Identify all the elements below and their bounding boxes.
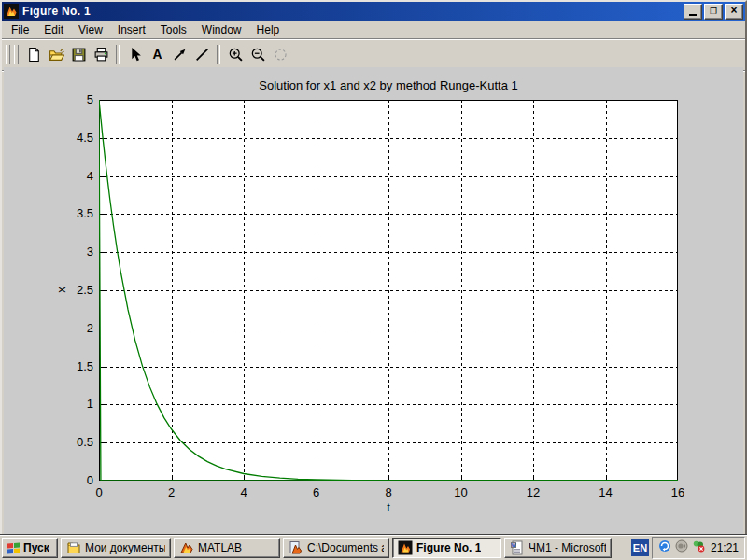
y-tick-label: 2 xyxy=(41,321,93,335)
menu-item-file[interactable]: File xyxy=(4,21,36,38)
taskbar-button-label: Figure No. 1 xyxy=(416,541,481,554)
y-tick-label: 4 xyxy=(41,169,93,183)
word-icon: W xyxy=(510,540,525,555)
line-icon[interactable] xyxy=(190,44,213,65)
taskbar-button-matlab[interactable]: MATLAB xyxy=(174,538,280,558)
figure-canvas: Solution for x1 and x2 by method Runge-K… xyxy=(4,67,743,534)
matlab-icon xyxy=(179,540,194,555)
open-folder-icon[interactable] xyxy=(45,44,67,65)
menu-item-tools[interactable]: Tools xyxy=(153,21,194,38)
svg-text:W: W xyxy=(511,542,516,548)
x-tick-label: 8 xyxy=(370,485,407,499)
save-icon[interactable] xyxy=(67,44,90,65)
tray-box: 21:21 xyxy=(652,537,745,559)
toolbar-separator xyxy=(116,45,120,64)
print-icon[interactable] xyxy=(90,44,112,65)
figure-icon xyxy=(398,540,413,555)
start-button[interactable]: Пуск xyxy=(2,538,58,558)
pointer-icon[interactable] xyxy=(123,44,146,65)
messenger-offline-icon[interactable] xyxy=(692,539,705,556)
toolbar-grip2-icon[interactable] xyxy=(14,45,19,64)
taskbar-button-label: MATLAB xyxy=(198,541,242,554)
arrow-annotation-icon[interactable] xyxy=(168,44,190,65)
menu-item-edit[interactable]: Edit xyxy=(36,21,71,38)
toolbar-grip-icon[interactable] xyxy=(6,45,10,64)
plot-svg xyxy=(99,100,678,481)
x-axis-label: t xyxy=(99,500,678,514)
taskbar-button-label: ЧМ1 - Microsoft ... xyxy=(529,541,606,554)
svg-text:A: A xyxy=(152,47,162,62)
y-tick-label: 3 xyxy=(41,245,93,259)
title-bar[interactable]: Figure No. 1 ❐ × xyxy=(2,2,745,21)
start-button-label: Пуск xyxy=(23,541,49,554)
taskbar-button-folder[interactable]: Мои документы xyxy=(61,538,171,558)
zoom-in-icon[interactable] xyxy=(224,44,247,65)
x-tick-label: 14 xyxy=(587,485,625,499)
y-tick-label: 1 xyxy=(41,397,93,411)
taskbar: Пуск Мои документыMATLABC:\Documents a..… xyxy=(0,535,747,560)
x-tick-label: 12 xyxy=(514,485,552,499)
new-document-icon[interactable] xyxy=(22,44,45,65)
x-tick-label: 16 xyxy=(659,485,697,499)
taskbar-button-matlab-file[interactable]: C:\Documents a... xyxy=(283,538,389,558)
windows-logo-icon xyxy=(7,542,20,553)
x-tick-label: 4 xyxy=(225,485,262,499)
clock[interactable]: 21:21 xyxy=(709,541,739,554)
taskbar-button-label: C:\Documents a... xyxy=(307,541,384,554)
y-tick-label: 0.5 xyxy=(41,435,93,449)
menu-item-insert[interactable]: Insert xyxy=(110,21,153,38)
folder-icon xyxy=(66,540,81,555)
minimize-icon[interactable] xyxy=(684,4,702,20)
x-tick-label: 10 xyxy=(443,485,480,499)
matlab-figure-icon xyxy=(4,4,19,19)
taskbar-button-figure[interactable]: Figure No. 1 xyxy=(392,538,501,558)
text-icon[interactable]: A xyxy=(146,44,168,65)
menu-item-window[interactable]: Window xyxy=(194,21,249,38)
menu-item-help[interactable]: Help xyxy=(249,21,288,38)
language-indicator[interactable]: EN xyxy=(631,539,649,556)
x-tick-label: 2 xyxy=(153,485,190,499)
y-tick-label: 1.5 xyxy=(41,359,93,373)
plot-title: Solution for x1 and x2 by method Runge-K… xyxy=(99,78,678,92)
taskbar-button-word[interactable]: WЧМ1 - Microsoft ... xyxy=(504,538,612,558)
y-tick-label: 2.5 xyxy=(41,283,93,297)
toolbar: A xyxy=(2,39,745,71)
menu-bar: FileEditViewInsertToolsWindowHelp xyxy=(2,21,745,39)
y-tick-label: 5 xyxy=(41,92,93,106)
y-tick-label: 3.5 xyxy=(41,206,93,220)
x-tick-label: 6 xyxy=(298,485,335,499)
menu-item-view[interactable]: View xyxy=(71,21,110,38)
figure-window: Figure No. 1 ❐ × FileEditViewInsertTools… xyxy=(0,0,747,536)
y-tick-label: 4.5 xyxy=(41,131,93,145)
x-tick-label: 0 xyxy=(80,485,118,499)
volume-icon[interactable] xyxy=(675,539,688,556)
taskbar-button-label: Мои документы xyxy=(85,541,165,554)
matlab-file-icon xyxy=(289,540,303,555)
close-icon[interactable]: × xyxy=(725,4,743,20)
system-tray: EN xyxy=(631,537,745,559)
window-title: Figure No. 1 xyxy=(22,5,682,18)
rotate-3d-icon[interactable] xyxy=(269,44,291,65)
zoom-out-icon[interactable] xyxy=(247,44,269,65)
restore-icon[interactable]: ❐ xyxy=(704,4,723,20)
toolbar-separator xyxy=(217,45,220,64)
browser-update-icon[interactable] xyxy=(658,539,671,556)
